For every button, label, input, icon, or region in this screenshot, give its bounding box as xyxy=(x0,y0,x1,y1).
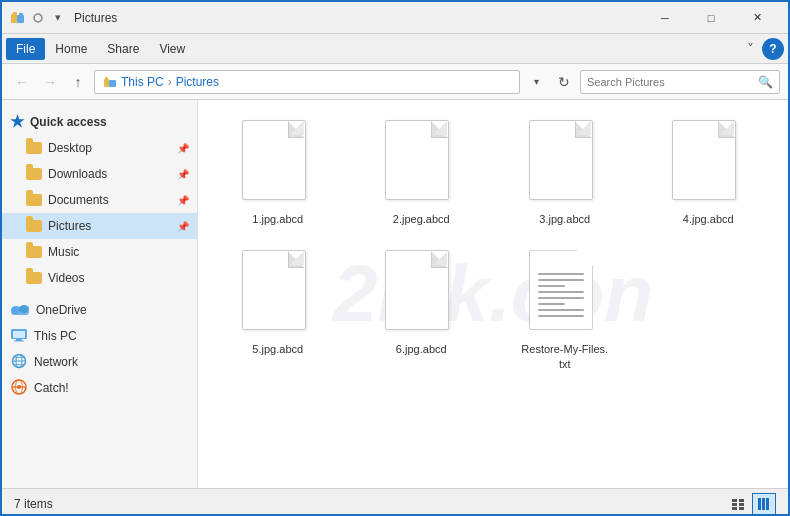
file-item[interactable]: 5.jpg.abcd xyxy=(218,242,338,379)
pin-icon[interactable] xyxy=(30,10,46,26)
dog-ear xyxy=(433,251,447,265)
svg-rect-25 xyxy=(739,499,744,502)
svg-point-10 xyxy=(19,305,29,313)
sidebar-item-network[interactable]: Network xyxy=(2,349,197,375)
dog-ear xyxy=(433,121,447,135)
view-menu[interactable]: View xyxy=(149,38,195,60)
sidebar-item-onedrive[interactable]: OneDrive xyxy=(2,297,197,323)
svg-rect-32 xyxy=(766,498,769,510)
path-pictures[interactable]: Pictures xyxy=(176,75,219,89)
dog-ear xyxy=(290,251,304,265)
file-item[interactable]: 3.jpg.abcd xyxy=(505,112,625,234)
folder-icon xyxy=(26,220,42,232)
file-icon-container xyxy=(385,120,457,208)
text-line xyxy=(538,297,584,299)
search-input[interactable] xyxy=(587,76,754,88)
share-menu[interactable]: Share xyxy=(97,38,149,60)
text-line xyxy=(538,315,584,317)
collapse-ribbon-button[interactable]: ˅ xyxy=(739,37,762,61)
help-button[interactable]: ? xyxy=(762,38,784,60)
file-icon xyxy=(242,250,306,330)
folder-icon xyxy=(26,194,42,206)
pin-icon: 📌 xyxy=(177,169,189,180)
view-toggle xyxy=(726,493,776,515)
folder-icon xyxy=(26,272,42,284)
back-button[interactable]: ← xyxy=(10,70,34,94)
svg-rect-5 xyxy=(104,79,109,87)
text-lines xyxy=(538,273,584,321)
sidebar-item-music[interactable]: Music xyxy=(2,239,197,265)
sidebar-item-label: Network xyxy=(34,355,78,369)
path-thispc[interactable]: This PC xyxy=(121,75,164,89)
file-label: 1.jpg.abcd xyxy=(252,212,303,226)
file-icon xyxy=(385,120,449,200)
sidebar-item-label: Catch! xyxy=(34,381,69,395)
svg-rect-12 xyxy=(13,331,25,338)
sidebar-item-label: Pictures xyxy=(48,219,175,233)
title-bar-icons: ▾ xyxy=(10,10,66,26)
sidebar-item-label: Videos xyxy=(48,271,189,285)
refresh-button[interactable]: ↻ xyxy=(552,70,576,94)
text-line xyxy=(538,291,584,293)
text-line xyxy=(538,279,584,281)
text-line xyxy=(538,273,584,275)
text-line xyxy=(538,303,566,305)
pin-icon: 📌 xyxy=(177,195,189,206)
maximize-button[interactable]: □ xyxy=(688,2,734,34)
file-icon-container xyxy=(672,120,744,208)
down-arrow-icon[interactable]: ▾ xyxy=(50,10,66,26)
home-menu[interactable]: Home xyxy=(45,38,97,60)
svg-rect-26 xyxy=(732,503,737,506)
svg-rect-7 xyxy=(109,80,116,87)
sidebar-item-label: Documents xyxy=(48,193,175,207)
item-count: 7 items xyxy=(14,497,53,511)
file-label: 4.jpg.abcd xyxy=(683,212,734,226)
dog-ear xyxy=(720,121,734,135)
file-label: 3.jpg.abcd xyxy=(539,212,590,226)
close-button[interactable]: ✕ xyxy=(734,2,780,34)
svg-rect-0 xyxy=(11,14,17,23)
file-item[interactable]: 4.jpg.abcd xyxy=(648,112,768,234)
large-icons-view-button[interactable] xyxy=(752,493,776,515)
list-view-button[interactable] xyxy=(726,493,750,515)
sidebar-item-desktop[interactable]: Desktop 📌 xyxy=(2,135,197,161)
file-item[interactable]: Restore-My-Files.txt xyxy=(505,242,625,379)
sidebar-item-label: Desktop xyxy=(48,141,175,155)
svg-rect-28 xyxy=(732,507,737,510)
quick-access-header[interactable]: ★ Quick access xyxy=(2,108,197,135)
file-item[interactable]: 6.jpg.abcd xyxy=(361,242,481,379)
search-box[interactable]: 🔍 xyxy=(580,70,780,94)
text-line xyxy=(538,309,584,311)
pin-icon: 📌 xyxy=(177,221,189,232)
address-dropdown-button[interactable]: ▾ xyxy=(524,70,548,94)
file-item[interactable]: 2.jpeg.abcd xyxy=(361,112,481,234)
sidebar-item-pictures[interactable]: Pictures 📌 xyxy=(2,213,197,239)
address-path[interactable]: This PC › Pictures xyxy=(94,70,520,94)
status-bar: 7 items xyxy=(2,488,788,516)
sidebar-item-videos[interactable]: Videos xyxy=(2,265,197,291)
sidebar-item-label: OneDrive xyxy=(36,303,87,317)
file-label: 5.jpg.abcd xyxy=(252,342,303,356)
sidebar-item-catch[interactable]: Catch! xyxy=(2,375,197,401)
svg-rect-30 xyxy=(758,498,761,510)
search-icon[interactable]: 🔍 xyxy=(758,75,773,89)
quick-access-icon[interactable] xyxy=(10,10,26,26)
folder-icon xyxy=(26,168,42,180)
sidebar-item-downloads[interactable]: Downloads 📌 xyxy=(2,161,197,187)
file-item[interactable]: 1.jpg.abcd xyxy=(218,112,338,234)
window-title: Pictures xyxy=(74,11,642,25)
sidebar-item-thispc[interactable]: This PC xyxy=(2,323,197,349)
file-icon xyxy=(672,120,736,200)
forward-button[interactable]: → xyxy=(38,70,62,94)
file-icon-container xyxy=(529,250,601,338)
svg-rect-1 xyxy=(13,12,17,15)
svg-rect-14 xyxy=(14,340,24,341)
sidebar-item-documents[interactable]: Documents 📌 xyxy=(2,187,197,213)
text-line xyxy=(538,285,566,287)
up-button[interactable]: ↑ xyxy=(66,70,90,94)
file-label: 2.jpeg.abcd xyxy=(393,212,450,226)
sidebar-item-label: Music xyxy=(48,245,189,259)
file-menu[interactable]: File xyxy=(6,38,45,60)
minimize-button[interactable]: ─ xyxy=(642,2,688,34)
folder-icon xyxy=(26,246,42,258)
